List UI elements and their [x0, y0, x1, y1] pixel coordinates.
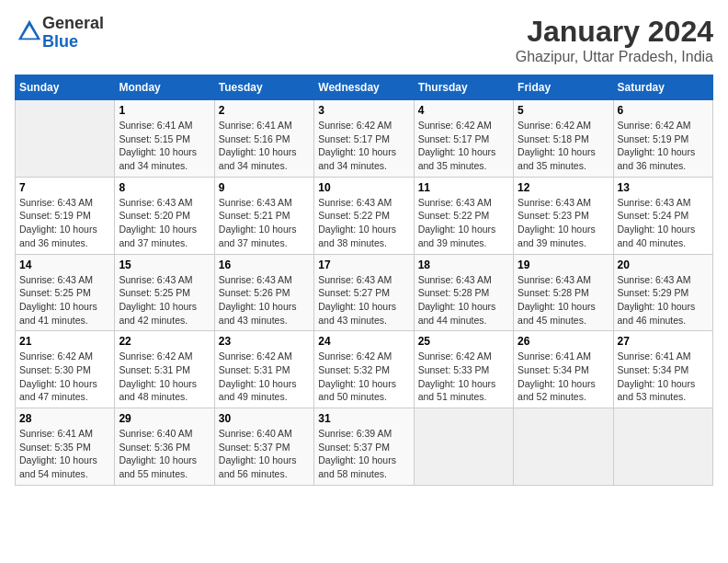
- day-info: Sunrise: 6:43 AMSunset: 5:21 PMDaylight:…: [219, 196, 310, 250]
- day-number: 18: [418, 259, 509, 271]
- calendar-cell: 19Sunrise: 6:43 AMSunset: 5:28 PMDayligh…: [514, 254, 613, 331]
- calendar-cell: 15Sunrise: 6:43 AMSunset: 5:25 PMDayligh…: [115, 254, 214, 331]
- week-row-4: 21Sunrise: 6:42 AMSunset: 5:30 PMDayligh…: [16, 331, 713, 408]
- calendar-cell: 18Sunrise: 6:43 AMSunset: 5:28 PMDayligh…: [414, 254, 513, 331]
- day-info: Sunrise: 6:43 AMSunset: 5:25 PMDaylight:…: [19, 273, 110, 327]
- day-info: Sunrise: 6:42 AMSunset: 5:31 PMDaylight:…: [119, 350, 210, 404]
- day-info: Sunrise: 6:43 AMSunset: 5:22 PMDaylight:…: [418, 196, 509, 250]
- day-number: 16: [219, 259, 310, 271]
- day-number: 31: [318, 412, 409, 425]
- day-info: Sunrise: 6:41 AMSunset: 5:15 PMDaylight:…: [119, 119, 210, 173]
- day-info: Sunrise: 6:41 AMSunset: 5:35 PMDaylight:…: [19, 427, 110, 481]
- day-number: 14: [19, 259, 110, 271]
- day-number: 27: [618, 335, 709, 348]
- day-info: Sunrise: 6:40 AMSunset: 5:36 PMDaylight:…: [119, 427, 210, 481]
- calendar-cell: 10Sunrise: 6:43 AMSunset: 5:22 PMDayligh…: [314, 177, 414, 254]
- location-subtitle: Ghazipur, Uttar Pradesh, India: [516, 49, 713, 65]
- day-number: 19: [518, 259, 609, 271]
- day-number: 13: [618, 181, 709, 194]
- day-info: Sunrise: 6:43 AMSunset: 5:28 PMDaylight:…: [518, 273, 609, 327]
- week-row-2: 7Sunrise: 6:43 AMSunset: 5:19 PMDaylight…: [16, 177, 713, 254]
- calendar-cell: 5Sunrise: 6:42 AMSunset: 5:18 PMDaylight…: [514, 100, 613, 178]
- day-number: 6: [618, 104, 709, 117]
- calendar-cell: 26Sunrise: 6:41 AMSunset: 5:34 PMDayligh…: [514, 331, 613, 408]
- week-row-1: 1Sunrise: 6:41 AMSunset: 5:15 PMDaylight…: [16, 100, 713, 178]
- calendar-cell: 24Sunrise: 6:42 AMSunset: 5:32 PMDayligh…: [314, 331, 414, 408]
- calendar-cell: 31Sunrise: 6:39 AMSunset: 5:37 PMDayligh…: [314, 408, 414, 486]
- calendar-cell: [514, 408, 613, 486]
- day-info: Sunrise: 6:42 AMSunset: 5:19 PMDaylight:…: [618, 119, 709, 173]
- calendar-cell: 20Sunrise: 6:43 AMSunset: 5:29 PMDayligh…: [613, 254, 712, 331]
- day-info: Sunrise: 6:41 AMSunset: 5:34 PMDaylight:…: [518, 350, 609, 404]
- day-number: 12: [518, 181, 609, 194]
- day-info: Sunrise: 6:43 AMSunset: 5:24 PMDaylight:…: [618, 196, 709, 250]
- week-row-3: 14Sunrise: 6:43 AMSunset: 5:25 PMDayligh…: [16, 254, 713, 331]
- day-number: 21: [19, 335, 110, 348]
- day-number: 5: [518, 104, 609, 117]
- calendar-cell: [613, 408, 712, 486]
- calendar-cell: 2Sunrise: 6:41 AMSunset: 5:16 PMDaylight…: [214, 100, 313, 178]
- logo-general: General: [42, 15, 104, 33]
- day-number: 9: [219, 181, 310, 194]
- col-header-sunday: Sunday: [16, 75, 115, 100]
- day-info: Sunrise: 6:43 AMSunset: 5:19 PMDaylight:…: [19, 196, 110, 250]
- day-info: Sunrise: 6:39 AMSunset: 5:37 PMDaylight:…: [318, 427, 409, 481]
- day-number: 22: [119, 335, 210, 348]
- calendar-cell: 30Sunrise: 6:40 AMSunset: 5:37 PMDayligh…: [214, 408, 313, 486]
- day-info: Sunrise: 6:43 AMSunset: 5:20 PMDaylight:…: [119, 196, 210, 250]
- calendar-cell: 21Sunrise: 6:42 AMSunset: 5:30 PMDayligh…: [16, 331, 115, 408]
- day-info: Sunrise: 6:43 AMSunset: 5:25 PMDaylight:…: [119, 273, 210, 327]
- day-info: Sunrise: 6:43 AMSunset: 5:28 PMDaylight:…: [418, 273, 509, 327]
- day-number: 3: [318, 104, 409, 117]
- logo-icon: [17, 18, 42, 44]
- calendar-cell: 11Sunrise: 6:43 AMSunset: 5:22 PMDayligh…: [414, 177, 513, 254]
- calendar-cell: 1Sunrise: 6:41 AMSunset: 5:15 PMDaylight…: [115, 100, 214, 178]
- col-header-friday: Friday: [514, 75, 613, 100]
- calendar-table: SundayMondayTuesdayWednesdayThursdayFrid…: [15, 75, 713, 486]
- day-number: 23: [219, 335, 310, 348]
- week-row-5: 28Sunrise: 6:41 AMSunset: 5:35 PMDayligh…: [16, 408, 713, 486]
- calendar-cell: 29Sunrise: 6:40 AMSunset: 5:36 PMDayligh…: [115, 408, 214, 486]
- day-number: 25: [418, 335, 509, 348]
- day-info: Sunrise: 6:41 AMSunset: 5:16 PMDaylight:…: [219, 119, 310, 173]
- calendar-body: 1Sunrise: 6:41 AMSunset: 5:15 PMDaylight…: [16, 100, 713, 486]
- main-title: January 2024: [516, 15, 713, 49]
- day-info: Sunrise: 6:42 AMSunset: 5:18 PMDaylight:…: [518, 119, 609, 173]
- day-number: 2: [219, 104, 310, 117]
- title-block: January 2024 Ghazipur, Uttar Pradesh, In…: [516, 15, 713, 65]
- calendar-cell: 6Sunrise: 6:42 AMSunset: 5:19 PMDaylight…: [613, 100, 712, 178]
- day-number: 17: [318, 259, 409, 271]
- day-info: Sunrise: 6:43 AMSunset: 5:26 PMDaylight:…: [219, 273, 310, 327]
- col-header-monday: Monday: [115, 75, 214, 100]
- day-info: Sunrise: 6:43 AMSunset: 5:27 PMDaylight:…: [318, 273, 409, 327]
- day-info: Sunrise: 6:40 AMSunset: 5:37 PMDaylight:…: [219, 427, 310, 481]
- calendar-cell: 12Sunrise: 6:43 AMSunset: 5:23 PMDayligh…: [514, 177, 613, 254]
- day-info: Sunrise: 6:42 AMSunset: 5:31 PMDaylight:…: [219, 350, 310, 404]
- calendar-cell: 13Sunrise: 6:43 AMSunset: 5:24 PMDayligh…: [613, 177, 712, 254]
- calendar-cell: 17Sunrise: 6:43 AMSunset: 5:27 PMDayligh…: [314, 254, 414, 331]
- calendar-cell: [16, 100, 115, 178]
- day-info: Sunrise: 6:43 AMSunset: 5:22 PMDaylight:…: [318, 196, 409, 250]
- calendar-cell: 23Sunrise: 6:42 AMSunset: 5:31 PMDayligh…: [214, 331, 313, 408]
- calendar-cell: [414, 408, 513, 486]
- calendar-cell: 3Sunrise: 6:42 AMSunset: 5:17 PMDaylight…: [314, 100, 414, 178]
- calendar-cell: 25Sunrise: 6:42 AMSunset: 5:33 PMDayligh…: [414, 331, 513, 408]
- day-number: 24: [318, 335, 409, 348]
- day-number: 4: [418, 104, 509, 117]
- day-number: 30: [219, 412, 310, 425]
- day-number: 10: [318, 181, 409, 194]
- calendar-cell: 9Sunrise: 6:43 AMSunset: 5:21 PMDaylight…: [214, 177, 313, 254]
- day-number: 1: [119, 104, 210, 117]
- day-info: Sunrise: 6:41 AMSunset: 5:34 PMDaylight:…: [618, 350, 709, 404]
- day-number: 7: [19, 181, 110, 194]
- logo-blue: Blue: [42, 33, 104, 52]
- day-info: Sunrise: 6:43 AMSunset: 5:23 PMDaylight:…: [518, 196, 609, 250]
- calendar-cell: 7Sunrise: 6:43 AMSunset: 5:19 PMDaylight…: [16, 177, 115, 254]
- day-number: 28: [19, 412, 110, 425]
- day-number: 29: [119, 412, 210, 425]
- col-header-wednesday: Wednesday: [314, 75, 414, 100]
- calendar-cell: 27Sunrise: 6:41 AMSunset: 5:34 PMDayligh…: [613, 331, 712, 408]
- calendar-cell: 14Sunrise: 6:43 AMSunset: 5:25 PMDayligh…: [16, 254, 115, 331]
- col-header-saturday: Saturday: [613, 75, 712, 100]
- calendar-cell: 8Sunrise: 6:43 AMSunset: 5:20 PMDaylight…: [115, 177, 214, 254]
